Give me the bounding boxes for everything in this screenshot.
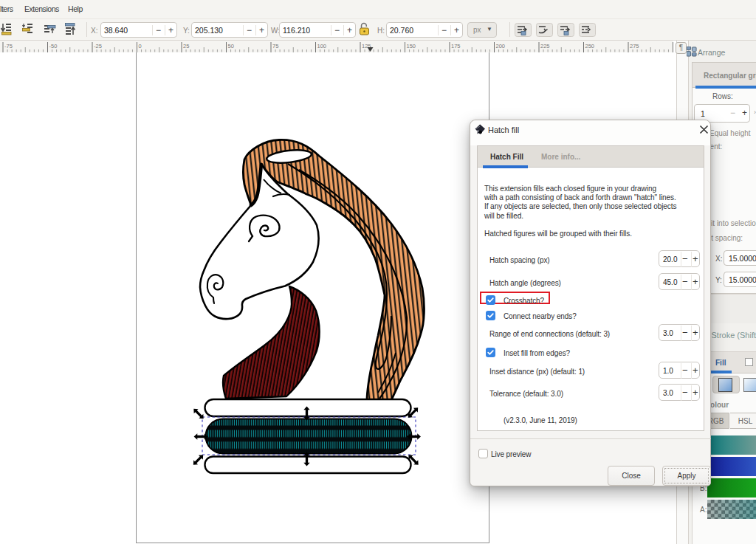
svg-text:0: 0 <box>139 43 142 49</box>
svg-text:100: 100 <box>317 43 327 49</box>
svg-text:175: 175 <box>451 43 461 49</box>
svg-text:-75: -75 <box>4 43 13 49</box>
svg-text:-50: -50 <box>49 43 58 49</box>
svg-text:250: 250 <box>585 43 595 49</box>
svg-text:75: 75 <box>272 43 278 49</box>
svg-text:275: 275 <box>630 43 639 49</box>
svg-text:-25: -25 <box>94 43 102 49</box>
svg-text:225: 225 <box>540 43 550 49</box>
svg-text:50: 50 <box>228 43 234 49</box>
svg-text:200: 200 <box>496 43 506 49</box>
svg-text:25: 25 <box>183 43 189 49</box>
svg-text:150: 150 <box>407 43 416 49</box>
